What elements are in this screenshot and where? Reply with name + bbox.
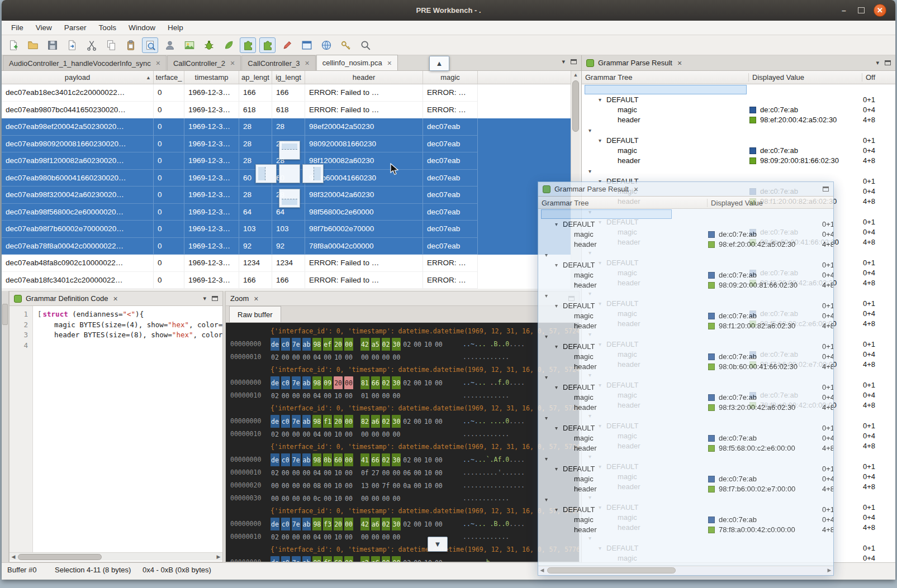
hex-byte[interactable]: a6: [371, 518, 380, 530]
minimize-button[interactable]: –: [839, 6, 849, 15]
open-folder-icon[interactable]: [25, 37, 41, 53]
menu-window[interactable]: Window: [122, 22, 162, 34]
hex-byte[interactable]: 98: [312, 518, 321, 530]
hex-byte[interactable]: 00: [292, 466, 301, 479]
tree-field-row[interactable]: magicde:c0:7e:ab0+4: [582, 146, 895, 156]
hex-byte[interactable]: 13: [360, 479, 369, 492]
float-panel-icon[interactable]: [823, 187, 829, 192]
parse-result-header[interactable]: Grammar Parse Result × ▾: [582, 55, 895, 71]
hex-byte[interactable]: 04: [312, 466, 321, 479]
tree-column-header[interactable]: Grammar Tree Displayed Value Off: [582, 71, 895, 84]
export-document-icon[interactable]: [64, 37, 80, 53]
hex-byte[interactable]: 68: [334, 556, 343, 562]
hex-byte[interactable]: a6: [371, 415, 380, 428]
tree-field-row[interactable]: header98:ef:20:00:42:a5:02:304+8: [538, 240, 833, 250]
hex-byte[interactable]: 02: [382, 376, 391, 389]
hex-byte[interactable]: 02: [382, 415, 391, 428]
hex-byte[interactable]: ef: [323, 338, 332, 351]
hex-byte[interactable]: 00: [323, 428, 332, 441]
hex-row[interactable]: 00000010020000000400100000000000........…: [226, 428, 579, 441]
dock-handle[interactable]: [2, 304, 8, 325]
hex-byte[interactable]: 00: [434, 518, 443, 530]
hex-byte[interactable]: 00: [413, 556, 422, 562]
tree-field-row[interactable]: header98:f3:20:00:42:a6:02:304+8: [538, 403, 833, 413]
hex-byte[interactable]: 02: [382, 338, 391, 351]
hex-row[interactable]: 00000000dec07eab98f3200042a6023002001000…: [226, 518, 579, 530]
hex-byte[interactable]: 00: [344, 428, 353, 441]
code-line[interactable]: [struct (endianness="<"){: [37, 310, 222, 321]
hex-byte[interactable]: 00: [434, 466, 443, 479]
hex-byte[interactable]: 00: [360, 530, 369, 543]
hex-byte[interactable]: 00: [371, 479, 380, 492]
hex-byte[interactable]: 7e: [292, 338, 301, 351]
close-button[interactable]: ✕: [874, 4, 886, 17]
tree-field-row[interactable]: magicde:c0:7e:ab0+4: [538, 311, 833, 321]
hex-byte[interactable]: 42: [360, 338, 369, 351]
hex-byte[interactable]: de: [270, 453, 279, 466]
zoom-panel-header[interactable]: Zoom ×: [226, 291, 579, 306]
hex-byte[interactable]: a5: [371, 338, 380, 351]
hex-byte[interactable]: 00: [344, 492, 353, 505]
hex-byte[interactable]: 02: [382, 453, 391, 466]
tree-item-row[interactable]: ▾: [538, 453, 833, 463]
chevron-down-icon[interactable]: ▾: [553, 262, 560, 268]
tree-item-row[interactable]: ▾: [538, 209, 833, 219]
hex-byte[interactable]: 02: [402, 376, 411, 389]
hex-byte[interactable]: 00: [281, 492, 290, 505]
hex-byte[interactable]: 00: [344, 338, 353, 351]
hex-byte[interactable]: 30: [392, 376, 401, 389]
hex-byte[interactable]: 00: [344, 351, 353, 364]
hex-byte[interactable]: 00: [371, 428, 380, 441]
debug-icon[interactable]: [201, 37, 217, 53]
hex-byte[interactable]: 30: [392, 338, 401, 351]
hex-byte[interactable]: 00: [434, 453, 443, 466]
hex-byte[interactable]: 02: [402, 453, 411, 466]
hex-byte[interactable]: 7f: [382, 479, 391, 492]
hex-byte[interactable]: c0: [281, 415, 290, 428]
dock-edge-top-icon[interactable]: ▲: [429, 56, 449, 71]
tree-field-row[interactable]: header98:f7:b6:00:02:e7:00:004+8: [538, 484, 833, 494]
hex-view[interactable]: {'interface_id': 0, 'timestamp': datetim…: [226, 323, 579, 562]
hex-row[interactable]: 00000030000000000c00100000000000........…: [226, 492, 579, 505]
hex-byte[interactable]: 00: [323, 351, 332, 364]
hex-byte[interactable]: 00: [281, 466, 290, 479]
search-icon[interactable]: [357, 37, 373, 53]
hex-byte[interactable]: 00: [344, 415, 353, 428]
floating-parse-result-tree[interactable]: ▾▾DEFAULT0+1magicde:c0:7e:ab0+4header98:…: [538, 209, 833, 565]
hex-byte[interactable]: 10: [334, 389, 343, 402]
hex-byte[interactable]: 04: [312, 530, 321, 543]
hex-byte[interactable]: f5: [323, 556, 332, 562]
chevron-down-icon[interactable]: ▾: [543, 456, 550, 462]
scroll-right-icon[interactable]: ▶: [215, 553, 222, 561]
hex-byte[interactable]: 10: [334, 492, 343, 505]
undock-icon[interactable]: [571, 59, 577, 64]
hex-byte[interactable]: 00: [281, 530, 290, 543]
close-icon[interactable]: ×: [254, 294, 258, 303]
table-row[interactable]: dec07eab18ec3401c2c20000022…01969-12-3…1…: [2, 84, 571, 102]
tab-CallController_2[interactable]: CallController_2×: [167, 55, 241, 70]
hex-byte[interactable]: 00: [413, 338, 422, 351]
tree-field-row[interactable]: magicde:c0:7e:ab0+4: [538, 393, 833, 403]
tree-field-row[interactable]: header98:ef:20:00:42:a5:02:304+8: [582, 115, 895, 125]
hex-byte[interactable]: 0b: [323, 453, 332, 466]
hex-byte[interactable]: 00: [302, 428, 311, 441]
tree-struct-row[interactable]: ▾DEFAULT0+1: [538, 382, 833, 392]
code-line[interactable]: header BYTES(size=(8), show="hex", color: [37, 331, 222, 341]
hex-byte[interactable]: 00: [292, 479, 301, 492]
hex-byte[interactable]: 00: [413, 518, 422, 530]
hex-byte[interactable]: 7e: [292, 556, 301, 562]
hex-byte[interactable]: 00: [434, 556, 443, 562]
hex-row[interactable]: 00000000dec07eab980920008166023002001000…: [226, 376, 579, 389]
table-row[interactable]: dec07eab98f7b60002e70000020…01969-12-3…1…: [2, 221, 571, 238]
hex-byte[interactable]: 02: [270, 530, 279, 543]
tree-field-row[interactable]: header78:f8:a0:00:42:c0:00:004+8: [538, 525, 833, 535]
floating-horizontal-scrollbar[interactable]: ◀ ▶: [538, 566, 833, 575]
table-row[interactable]: dec07eab48fa8c0902c10000022…01969-12-3…1…: [2, 255, 571, 272]
tree-item-row[interactable]: ▾: [582, 84, 895, 94]
hex-byte[interactable]: 82: [360, 415, 369, 428]
tree-struct-row[interactable]: ▾DEFAULT0+1: [538, 463, 833, 474]
hex-byte[interactable]: 02: [402, 518, 411, 530]
hex-byte[interactable]: 09: [323, 376, 332, 389]
menu-file[interactable]: File: [5, 22, 30, 34]
hex-byte[interactable]: 00: [382, 428, 391, 441]
